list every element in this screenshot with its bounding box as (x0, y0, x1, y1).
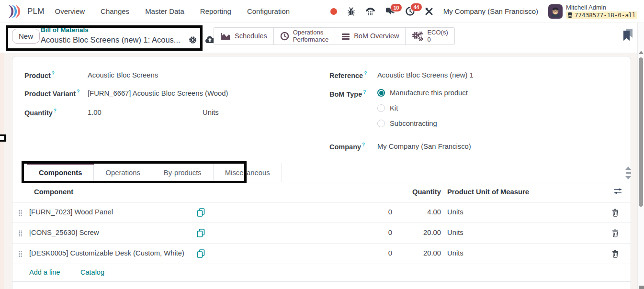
scrollbar-thumb[interactable] (639, 57, 643, 207)
bug-icon[interactable] (347, 7, 355, 16)
bom-overview-label: BoM Overview (354, 33, 399, 40)
tab-components[interactable]: Components (27, 163, 94, 182)
user-name: Mitchell Admin (566, 4, 637, 11)
copy-icon[interactable] (197, 249, 205, 260)
avatar (548, 4, 563, 19)
gears-icon (412, 31, 423, 42)
database-name: 77438577-18-0-all (575, 11, 636, 19)
activities-clock-icon[interactable]: 44 (406, 7, 415, 16)
table-row[interactable]: [DESK0005] Customizable Desk (Custom, Wh… (12, 244, 631, 264)
pager-divider (626, 172, 631, 174)
window-edge (0, 53, 4, 289)
tab-pager (625, 167, 631, 179)
table-header: Component Quantity Product Unit of Measu… (12, 182, 631, 202)
menu-changes[interactable]: Changes (101, 7, 129, 15)
component-name[interactable]: [CONS_25630] Screw (29, 229, 99, 236)
quantity-label: Quantity? (24, 108, 56, 117)
radio-selected-icon[interactable] (377, 89, 385, 97)
notebook-tabs: Components Operations By-products Miscel… (27, 163, 282, 182)
systray: 10 44 My Company (San Francisco) (330, 4, 637, 19)
activities-badge: 44 (410, 3, 423, 11)
new-button[interactable]: New (12, 29, 40, 44)
breadcrumb-current: Acoustic Bloc Screens (new) 1: Acous... (41, 35, 181, 45)
uom-cell[interactable]: Units (447, 249, 463, 257)
catalog-link[interactable]: Catalog (80, 268, 104, 276)
main-menu: Overview Changes Master Data Reporting C… (55, 7, 290, 15)
smart-buttons: Schedules Operations Performance (214, 27, 455, 45)
operations-performance-button[interactable]: Operations Performance (274, 28, 335, 44)
scroll-up-icon[interactable] (625, 167, 631, 170)
uom-cell[interactable]: Units (447, 208, 463, 216)
bom-type-option-kit[interactable]: Kit (377, 104, 398, 112)
quantity-cell[interactable]: 20.00 (398, 229, 441, 236)
bom-type-option-subcontracting[interactable]: Subcontracting (377, 120, 437, 127)
scrollbar-up-arrow-icon[interactable] (639, 51, 644, 54)
delete-row-icon[interactable] (612, 250, 619, 260)
uom-cell[interactable]: Units (447, 229, 463, 236)
messages-icon[interactable]: 10 (385, 7, 395, 15)
quantity-value[interactable]: 1.00 (88, 109, 102, 116)
eco-button[interactable]: ECO(s) 0 (406, 28, 454, 44)
reference-value[interactable]: Acoustic Bloc Screens (new) 1 (377, 71, 474, 79)
company-value[interactable]: My Company (San Francisco) (377, 143, 471, 150)
quantity-column-header[interactable]: Quantity (398, 188, 441, 196)
quantity-uom-value[interactable]: Units (203, 109, 219, 116)
reference-label: Reference? (329, 71, 367, 79)
company-label: Company? (329, 142, 365, 151)
breadcrumb-parent-link[interactable]: Bill of Materials (41, 26, 229, 34)
drag-handle-icon[interactable] (18, 210, 23, 218)
tab-miscellaneous[interactable]: Miscellaneous (214, 163, 282, 182)
bookmark-icon[interactable] (622, 28, 633, 43)
control-panel: New Bill of Materials Acoustic Bloc Scre… (0, 23, 644, 53)
radio-unselected-icon[interactable] (377, 104, 385, 112)
menu-overview[interactable]: Overview (55, 7, 85, 15)
developer-tools-icon[interactable] (425, 7, 433, 16)
user-menu[interactable]: Mitchell Admin 77438577-18-0-all (548, 4, 637, 19)
drag-handle-icon[interactable] (18, 251, 23, 259)
bom-overview-button[interactable]: BoM Overview (335, 28, 406, 44)
radio-unselected-icon[interactable] (377, 120, 385, 127)
quantity-cell[interactable]: 20.00 (398, 249, 441, 257)
delete-row-icon[interactable] (612, 229, 619, 239)
voip-phone-icon[interactable] (365, 7, 375, 15)
drag-handle-icon[interactable] (18, 230, 23, 239)
table-row[interactable]: [CONS_25630] Screw 0 20.00 Units (12, 223, 631, 244)
menu-master-data[interactable]: Master Data (145, 7, 184, 15)
product-variant-value[interactable]: [FURN_6667] Acoustic Bloc Screens (Wood) (88, 89, 228, 97)
vertical-scrollbar[interactable] (637, 23, 644, 289)
product-value[interactable]: Acoustic Bloc Screens (88, 71, 158, 79)
menu-reporting[interactable]: Reporting (200, 7, 231, 15)
uom-column-header[interactable]: Product Unit of Measure (447, 188, 529, 196)
copy-icon[interactable] (197, 208, 205, 219)
scroll-down-icon[interactable] (625, 176, 631, 179)
extra-quantity-cell[interactable]: 0 (363, 229, 392, 236)
tab-by-products[interactable]: By-products (152, 163, 214, 182)
copy-icon[interactable] (197, 229, 205, 239)
menu-configuration[interactable]: Configuration (247, 7, 290, 15)
app-name: PLM (27, 7, 45, 16)
component-name[interactable]: [FURN_7023] Wood Panel (29, 208, 113, 216)
database-info: 77438577-18-0-all (566, 11, 637, 19)
operations-performance-label: Operations Performance (293, 29, 328, 43)
component-column-header[interactable]: Component (34, 188, 73, 196)
bom-type-option-manufacture[interactable]: Manufacture this product (377, 89, 468, 97)
product-label: Product? (24, 71, 55, 79)
eco-label: ECO(s) 0 (427, 29, 448, 43)
messages-badge: 10 (390, 3, 403, 12)
tab-operations[interactable]: Operations (94, 163, 152, 182)
extra-quantity-cell[interactable]: 0 (363, 249, 392, 257)
quantity-cell[interactable]: 4.00 (398, 208, 441, 216)
settings-gear-icon[interactable] (189, 36, 197, 44)
add-a-line-link[interactable]: Add a line (29, 268, 60, 276)
clock-icon (280, 32, 289, 41)
app-switcher[interactable]: PLM (7, 4, 45, 19)
record-indicator-icon[interactable] (330, 8, 337, 15)
delete-row-icon[interactable] (612, 209, 619, 219)
table-row[interactable]: [FURN_7023] Wood Panel 0 4.00 Units (12, 202, 631, 223)
extra-quantity-cell[interactable]: 0 (363, 208, 392, 216)
schedules-button[interactable]: Schedules (214, 28, 274, 44)
company-switcher[interactable]: My Company (San Francisco) (443, 7, 538, 15)
component-name[interactable]: [DESK0005] Customizable Desk (Custom, Wh… (29, 249, 184, 257)
column-options-icon[interactable] (614, 188, 622, 197)
plm-app-icon (7, 4, 23, 19)
